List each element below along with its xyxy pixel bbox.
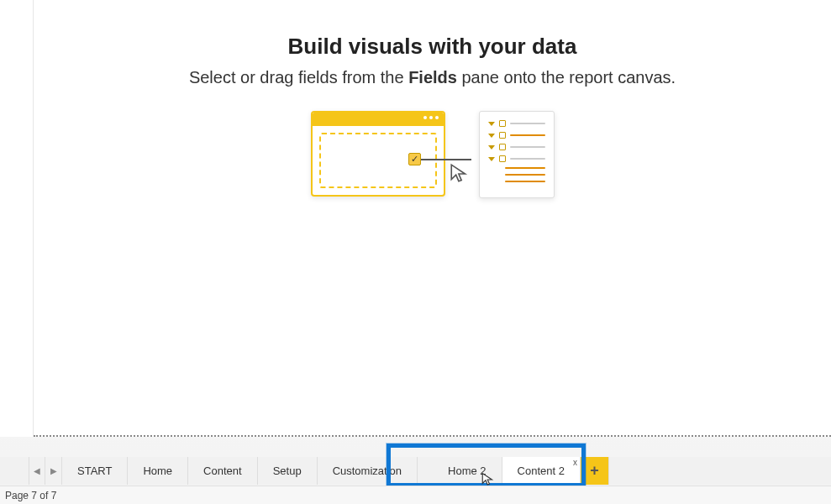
checkbox-icon bbox=[499, 120, 506, 127]
subtitle-pre: Select or drag fields from the bbox=[189, 68, 408, 87]
empty-canvas-illustration: ✓ bbox=[311, 111, 555, 203]
chevron-down-icon bbox=[488, 145, 495, 150]
cursor-icon bbox=[449, 163, 471, 188]
app-root: Build visuals with your data Select or d… bbox=[0, 0, 831, 504]
canvas-bottom-separator bbox=[34, 435, 831, 437]
status-bar: Page 7 of 7 bbox=[0, 486, 831, 504]
line-icon bbox=[505, 174, 545, 176]
page-indicator: Page 7 of 7 bbox=[5, 490, 56, 501]
list-item bbox=[488, 120, 545, 127]
checkbox-icon bbox=[499, 144, 506, 150]
checkbox-icon bbox=[499, 155, 506, 162]
checkbox-icon bbox=[499, 132, 506, 139]
tab-home[interactable]: Home bbox=[128, 457, 188, 485]
chevron-down-icon bbox=[488, 157, 495, 161]
tab-customization[interactable]: Customization bbox=[318, 457, 418, 485]
tab-content[interactable]: Content bbox=[188, 457, 258, 485]
connector-line-icon bbox=[421, 159, 471, 160]
page-tab-bar: ◀ ▶ START Home Content Setup Customizati… bbox=[0, 457, 831, 485]
list-item bbox=[488, 132, 545, 139]
left-rail bbox=[0, 0, 34, 437]
canvas-title: Build visuals with your data bbox=[34, 34, 831, 60]
illustration-fields-card bbox=[479, 111, 555, 198]
close-icon[interactable]: x bbox=[573, 459, 577, 467]
canvas-subtitle: Select or drag fields from the Fields pa… bbox=[34, 68, 831, 87]
checkbox-icon: ✓ bbox=[408, 153, 421, 165]
line-icon bbox=[510, 123, 545, 124]
tab-content-2[interactable]: Content 2 x bbox=[502, 457, 581, 485]
tab-nav-next[interactable]: ▶ bbox=[45, 457, 62, 485]
line-icon bbox=[510, 146, 545, 148]
window-dots-icon bbox=[423, 116, 439, 119]
illustration-window-card bbox=[311, 111, 445, 197]
line-icon bbox=[510, 158, 545, 160]
list-item bbox=[488, 155, 545, 162]
tab-start[interactable]: START bbox=[62, 457, 128, 485]
tab-setup[interactable]: Setup bbox=[258, 457, 318, 485]
tab-label: Setup bbox=[273, 465, 302, 477]
tab-label: Customization bbox=[333, 465, 402, 477]
subtitle-bold: Fields bbox=[408, 68, 457, 87]
chevron-down-icon bbox=[488, 122, 495, 126]
tab-label: Content bbox=[203, 465, 242, 477]
add-page-button[interactable]: + bbox=[581, 457, 609, 485]
line-icon bbox=[505, 167, 545, 169]
report-canvas[interactable]: Build visuals with your data Select or d… bbox=[34, 0, 831, 437]
tab-nav-prev[interactable]: ◀ bbox=[29, 457, 45, 485]
line-icon bbox=[505, 181, 545, 182]
tab-label: Home bbox=[143, 465, 172, 477]
cursor-icon bbox=[481, 472, 496, 491]
tab-label: START bbox=[77, 465, 112, 477]
subtitle-post: pane onto the report canvas. bbox=[457, 68, 676, 87]
chevron-down-icon bbox=[488, 134, 495, 138]
tab-label: Content 2 bbox=[518, 465, 565, 477]
illustration-window-head bbox=[313, 113, 444, 126]
list-item bbox=[488, 144, 545, 150]
line-icon bbox=[510, 134, 545, 136]
